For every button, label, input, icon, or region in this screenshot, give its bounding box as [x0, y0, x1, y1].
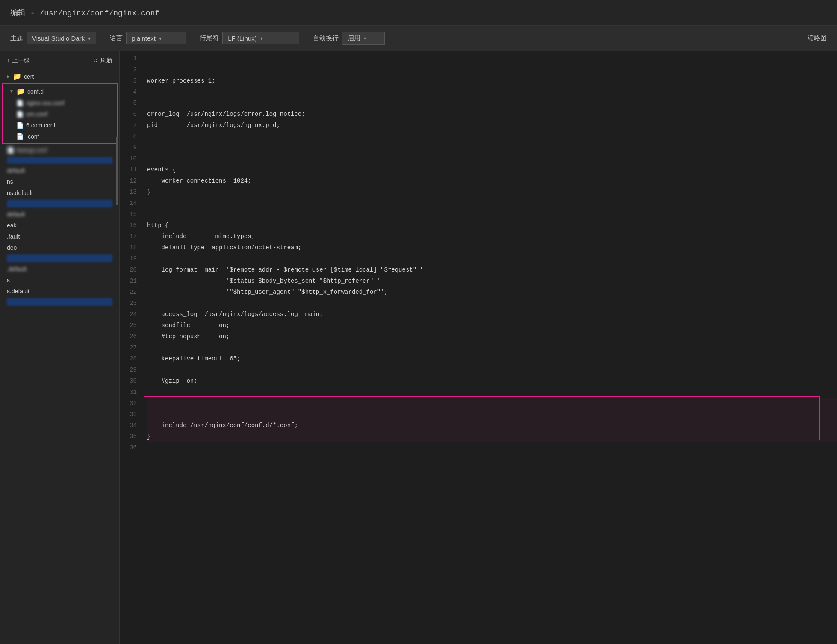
tree-item-label: .conf — [26, 133, 39, 140]
tree-item-s-default[interactable]: s.default — [0, 286, 119, 297]
file-tree: ▶ 📁 cert ▼ 📁 conf.d 📄 nginx-xxx.conf 📄 — [0, 70, 119, 644]
tree-item-label: 6.com.conf — [26, 122, 55, 129]
tree-item-cert[interactable]: ▶ 📁 cert — [0, 70, 119, 83]
line-ending-select[interactable]: LF (Linux) ▾ — [222, 32, 299, 44]
code-line-11: events { — [147, 164, 837, 175]
tree-item-default2[interactable]: default — [0, 209, 119, 220]
title-bar: 编辑 - /usr/nginx/conf/nginx.conf — [0, 0, 837, 26]
tree-item-label: deo — [7, 244, 17, 251]
blurred-item-1 — [7, 157, 112, 164]
tree-item-default3[interactable]: .default — [0, 263, 119, 275]
chevron-down-icon: ▾ — [260, 35, 263, 41]
tree-item-label: ns.default — [7, 189, 33, 196]
code-line-25: sendfile on; — [147, 320, 837, 331]
up-button[interactable]: ↑ 上一级 — [7, 57, 30, 65]
theme-select[interactable]: Visual Studio Dark ▾ — [27, 32, 96, 44]
chevron-right-icon: ▶ — [7, 74, 10, 79]
code-line-19 — [147, 253, 837, 264]
wrap-label: 自动换行 — [313, 34, 339, 42]
code-line-3: worker_processes 1; — [147, 75, 837, 86]
editor-area[interactable]: 1 2 3 4 5 6 7 8 9 10 11 12 13 14 15 16 1… — [120, 51, 837, 644]
tree-item-label: conf.d — [27, 88, 44, 95]
line-numbers: 1 2 3 4 5 6 7 8 9 10 11 12 13 14 15 16 1… — [120, 51, 144, 644]
file-icon: 📄 — [16, 122, 24, 129]
code-line-35: } — [147, 431, 837, 442]
code-line-6: error_log /usr/nginx/logs/error.log noti… — [147, 109, 837, 120]
tree-item-fault[interactable]: .fault — [0, 231, 119, 242]
tree-item-ns[interactable]: ns — [0, 176, 119, 187]
chevron-down-icon: ▾ — [364, 35, 366, 41]
code-line-32 — [147, 398, 837, 409]
tree-item-6com-conf[interactable]: 📄 6.com.conf — [3, 120, 117, 131]
code-line-23 — [147, 298, 837, 309]
tree-item-ns-default[interactable]: ns.default — [0, 187, 119, 198]
code-line-31 — [147, 387, 837, 398]
code-line-4 — [147, 86, 837, 97]
tree-item-conf[interactable]: 📄 .conf — [3, 131, 117, 142]
chevron-down-icon: ▼ — [9, 89, 14, 94]
minimap-label: 缩略图 — [808, 34, 827, 42]
arrow-up-icon: ↑ — [7, 58, 9, 64]
code-line-2 — [147, 64, 837, 75]
refresh-label: 刷新 — [100, 57, 112, 65]
tree-item-label: cert — [24, 73, 34, 80]
file-icon: 📄 — [16, 133, 24, 140]
code-line-29 — [147, 364, 837, 375]
editor-inner: 1 2 3 4 5 6 7 8 9 10 11 12 13 14 15 16 1… — [120, 51, 837, 644]
file-icon: 📄 — [16, 100, 24, 106]
refresh-button[interactable]: ↺ 刷新 — [93, 57, 112, 65]
tree-item-label: s.default — [7, 288, 29, 295]
folder-icon: 📁 — [13, 72, 21, 80]
file-icon: 📄 — [16, 111, 24, 118]
code-line-21: '$status $body_bytes_sent "$http_referer… — [147, 275, 837, 287]
theme-group: 主题 Visual Studio Dark ▾ — [10, 32, 96, 44]
tree-item-default1[interactable]: default — [0, 165, 119, 176]
code-line-22: '"$http_user_agent" "$http_x_forwarded_f… — [147, 287, 837, 298]
code-line-15 — [147, 209, 837, 220]
code-line-1 — [147, 53, 837, 64]
main-layout: ↑ 上一级 ↺ 刷新 ▶ 📁 cert ▼ 📁 conf.d — [0, 51, 837, 644]
tree-item-label: .default — [7, 266, 27, 272]
code-line-12: worker_connections 1024; — [147, 175, 837, 186]
page-title: 编辑 - /usr/nginx/conf/nginx.conf — [10, 8, 159, 18]
blurred-item-2 — [7, 200, 112, 207]
up-label: 上一级 — [12, 57, 30, 65]
code-line-14 — [147, 198, 837, 209]
tree-item-fastcgi[interactable]: 📄 fastcgi.conf — [0, 145, 119, 156]
tree-item-om-conf[interactable]: 📄 om.conf — [3, 109, 117, 120]
code-line-13: } — [147, 186, 837, 198]
lang-select[interactable]: plaintext ▾ — [126, 32, 186, 44]
code-content[interactable]: worker_processes 1; error_log /usr/nginx… — [144, 51, 837, 644]
code-line-9 — [147, 142, 837, 153]
blurred-item-4 — [7, 298, 112, 306]
code-line-27 — [147, 342, 837, 353]
chevron-down-icon: ▾ — [159, 35, 162, 41]
tree-item-eak[interactable]: eak — [0, 220, 119, 231]
code-line-30: #gzip on; — [147, 375, 837, 387]
code-line-33 — [147, 409, 837, 420]
chevron-down-icon: ▾ — [88, 35, 91, 41]
tree-item-deo[interactable]: deo — [0, 242, 119, 253]
code-line-34: include /usr/nginx/conf/conf.d/*.conf; — [147, 420, 837, 431]
tree-item-label: om.conf — [26, 111, 47, 118]
tree-item-label: default — [7, 167, 25, 174]
tree-item-label: default — [7, 211, 25, 218]
tree-item-s[interactable]: s — [0, 275, 119, 286]
sidebar: ↑ 上一级 ↺ 刷新 ▶ 📁 cert ▼ 📁 conf.d — [0, 51, 120, 644]
sidebar-scrollbar[interactable] — [116, 137, 118, 205]
code-line-36 — [147, 442, 837, 453]
code-line-7: pid /usr/nginx/logs/nginx.pid; — [147, 120, 837, 131]
code-line-18: default_type application/octet-stream; — [147, 242, 837, 253]
tree-item-nginx-conf[interactable]: 📄 nginx-xxx.conf — [3, 97, 117, 109]
code-line-10 — [147, 153, 837, 164]
wrap-select[interactable]: 启用 ▾ — [342, 32, 385, 45]
code-line-24: access_log /usr/nginx/logs/access.log ma… — [147, 309, 837, 320]
lang-group: 语言 plaintext ▾ — [110, 32, 186, 44]
file-icon: 📄 — [7, 147, 14, 154]
code-line-16: http { — [147, 220, 837, 231]
tree-item-confd[interactable]: ▼ 📁 conf.d — [3, 85, 117, 97]
lang-label: 语言 — [110, 34, 123, 42]
tree-item-label: s — [7, 277, 10, 284]
code-line-28: keepalive_timeout 65; — [147, 353, 837, 364]
code-line-8 — [147, 131, 837, 142]
